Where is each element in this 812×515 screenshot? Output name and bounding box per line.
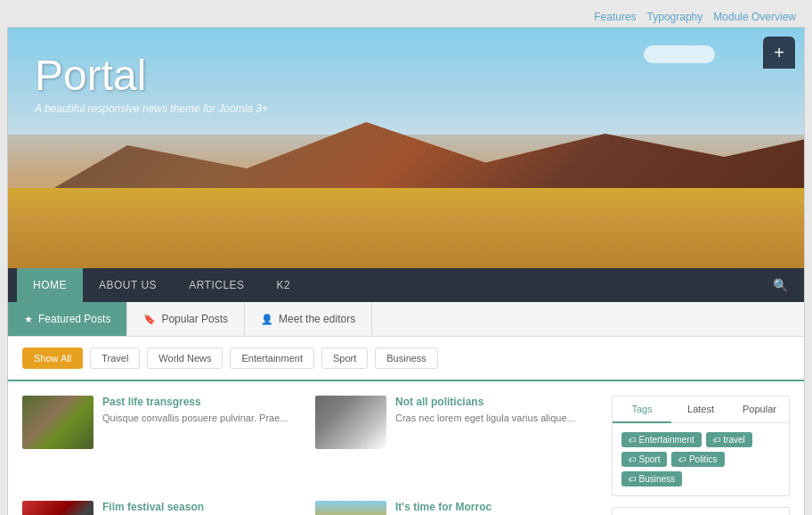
thumb-goat	[315, 396, 386, 449]
article-title[interactable]: Not all politicians	[395, 396, 575, 408]
article-info: Not all politicians Cras nec lorem eget …	[395, 396, 575, 425]
nav-item-k2[interactable]: K2	[261, 268, 307, 302]
thumb-desert	[315, 501, 386, 515]
featured-tab-label: Featured Posts	[38, 313, 110, 325]
article-info: Past life transgress Quisque convallis p…	[102, 396, 288, 425]
article-thumbnail	[22, 501, 93, 515]
tag-cloud: Entertainment travel Sport Politics Busi…	[621, 432, 780, 486]
site-title: Portal	[35, 54, 268, 97]
thumb-tram	[22, 501, 93, 515]
search-icon[interactable]: 🔍	[766, 271, 795, 299]
articles-grid: Past life transgress Quisque convallis p…	[22, 396, 597, 515]
nav-item-home[interactable]: HOME	[17, 268, 83, 302]
widget-tabs: Tags Latest Popular	[613, 396, 789, 423]
hero-text: Portal A beautiful responsive news theme…	[35, 54, 268, 115]
cat-entertainment[interactable]: Entertainment	[230, 347, 313, 369]
article-excerpt: Quisque convallis posuere pulvinar. Prae…	[102, 412, 288, 425]
article-title[interactable]: Past life transgress	[102, 396, 288, 408]
hero-section: + Portal A beautiful responsive news the…	[8, 28, 804, 268]
like-widget-inner: » Like the way we work?	[613, 508, 789, 515]
widget-tab-tags[interactable]: Tags	[613, 396, 671, 423]
tag-travel[interactable]: travel	[706, 432, 752, 447]
article-info: It's time for Morroc Quisque convallis p…	[395, 501, 581, 515]
nav-item-about[interactable]: ABOUT US	[83, 268, 173, 302]
plus-button[interactable]: +	[763, 37, 795, 69]
typography-link[interactable]: Typography	[647, 11, 703, 23]
cat-world-news[interactable]: World News	[147, 347, 223, 369]
hero-cloud	[644, 45, 715, 63]
article-title[interactable]: Film festival season	[102, 501, 280, 513]
tab-featured-posts[interactable]: ★ Featured Posts	[8, 302, 127, 336]
article-thumbnail	[315, 501, 386, 515]
user-icon: 👤	[261, 314, 273, 325]
cat-show-all[interactable]: Show All	[22, 347, 83, 369]
module-overview-link[interactable]: Module Overview	[713, 11, 796, 23]
cat-business[interactable]: Business	[375, 347, 438, 369]
bookmark-icon: 🔖	[143, 314, 156, 325]
tab-popular-posts[interactable]: 🔖 Popular Posts	[127, 302, 245, 336]
star-icon: ★	[24, 314, 33, 325]
article-thumbnail	[315, 396, 386, 449]
top-bar: Features Typography Module Overview	[7, 7, 805, 27]
popular-tab-label: Popular Posts	[161, 313, 228, 325]
widget-tab-latest[interactable]: Latest	[671, 396, 730, 422]
tag-politics[interactable]: Politics	[671, 452, 724, 467]
like-widget: » Like the way we work?	[612, 507, 790, 515]
article-thumbnail	[22, 396, 93, 449]
article-excerpt: Cras nec lorem eget ligula varius alique…	[395, 412, 575, 425]
table-row: Past life transgress Quisque convallis p…	[22, 396, 304, 490]
table-row: Film festival season Donec mollis orci v…	[22, 501, 304, 515]
table-row: It's time for Morroc Quisque convallis p…	[315, 501, 597, 515]
cat-travel[interactable]: Travel	[90, 347, 140, 369]
thumb-monastery	[22, 396, 93, 449]
table-row: Not all politicians Cras nec lorem eget …	[315, 396, 597, 490]
nav-items: HOME ABOUT US ARTICLES K2	[17, 268, 766, 302]
widget-tab-popular[interactable]: Popular	[730, 396, 789, 422]
sidebar: Tags Latest Popular Entertainment travel…	[612, 396, 790, 515]
category-filter: Show All Travel World News Entertainment…	[8, 337, 804, 381]
hero-desert	[8, 188, 804, 268]
page-wrapper: Features Typography Module Overview + Po…	[0, 0, 812, 515]
article-title[interactable]: It's time for Morroc	[395, 501, 581, 513]
widget-content: Entertainment travel Sport Politics Busi…	[613, 423, 789, 495]
navbar: HOME ABOUT US ARTICLES K2 🔍	[8, 268, 804, 302]
article-info: Film festival season Donec mollis orci v…	[102, 501, 280, 515]
tag-business[interactable]: Business	[621, 471, 682, 486]
tags-widget: Tags Latest Popular Entertainment travel…	[612, 396, 790, 496]
tag-sport[interactable]: Sport	[621, 452, 667, 467]
site-container: + Portal A beautiful responsive news the…	[7, 27, 805, 515]
nav-item-articles[interactable]: ARTICLES	[173, 268, 260, 302]
main-layout: Past life transgress Quisque convallis p…	[8, 381, 804, 515]
features-link[interactable]: Features	[594, 11, 636, 23]
tab-meet-editors[interactable]: 👤 Meet the editors	[245, 302, 372, 336]
featured-tabs: ★ Featured Posts 🔖 Popular Posts 👤 Meet …	[8, 302, 804, 337]
site-subtitle: A beautiful responsive news theme for Jo…	[35, 102, 268, 115]
tag-entertainment[interactable]: Entertainment	[621, 432, 702, 447]
editors-tab-label: Meet the editors	[279, 313, 355, 325]
cat-sport[interactable]: Sport	[321, 347, 368, 369]
